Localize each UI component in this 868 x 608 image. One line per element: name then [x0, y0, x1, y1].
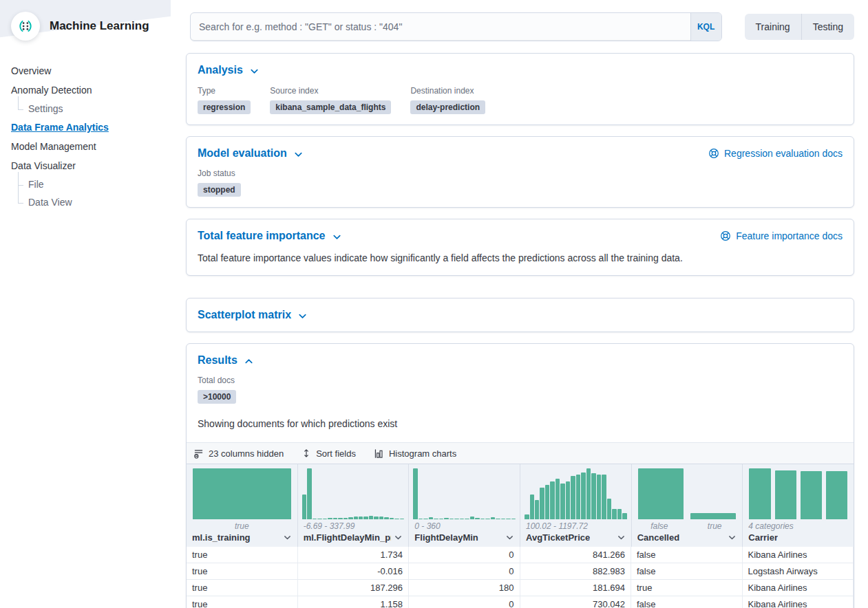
- column-menu-chevron-icon[interactable]: [617, 533, 626, 542]
- tree-connector: [17, 103, 25, 114]
- cell-ml-is-training[interactable]: true: [187, 547, 298, 563]
- scatterplot-matrix-title: Scatterplot matrix: [198, 309, 291, 321]
- sidebar-item-label: Data Visualizer: [11, 161, 76, 171]
- cell-cancelled[interactable]: true: [631, 580, 743, 596]
- columns-hidden-icon: [193, 448, 204, 459]
- chevron-down-icon: [293, 149, 304, 160]
- cell-flightdelaymin[interactable]: 0: [409, 563, 520, 579]
- cell-avgticketprice[interactable]: 882.983: [520, 563, 632, 579]
- table-row: true1.7340841.266falseKibana Airlines: [187, 547, 854, 563]
- source-index-badge: kibana_sample_data_flights: [270, 100, 391, 114]
- sidebar-item-model-management[interactable]: Model Management: [0, 137, 171, 156]
- app-header: Machine Learning: [0, 0, 171, 41]
- column-title: Carrier: [748, 532, 778, 543]
- training-testing-toggle: Training Testing: [745, 14, 854, 40]
- kql-toggle[interactable]: KQL: [690, 13, 721, 41]
- column-menu-chevron-icon[interactable]: [728, 533, 737, 542]
- chevron-up-icon: [244, 356, 254, 367]
- sidebar-item-data-visualizer[interactable]: Data Visualizer: [0, 156, 171, 175]
- scatterplot-matrix-toggle[interactable]: Scatterplot matrix: [198, 309, 308, 321]
- column-header-flightdelaymin[interactable]: 0 - 360FlightDelayMin: [409, 464, 520, 547]
- cell-cancelled[interactable]: false: [631, 563, 743, 579]
- help-lifebuoy-icon: [708, 148, 719, 159]
- column-header-ml-flightdelaymin-prediction[interactable]: -6.69 - 337.99ml.FlightDelayMin_predicti…: [298, 464, 410, 547]
- total-docs-badge: >10000: [198, 390, 236, 404]
- column-menu-chevron-icon[interactable]: [283, 533, 292, 542]
- cell-ml-is-training[interactable]: true: [187, 563, 298, 579]
- cell-ml-flightdelaymin-prediction[interactable]: 1.734: [298, 547, 410, 563]
- sidebar-item-settings[interactable]: Settings: [0, 100, 171, 118]
- histogram-ml-is-training: [187, 468, 297, 519]
- histogram-range-label: falsetrue: [632, 519, 743, 532]
- job-status-badge: stopped: [198, 183, 241, 197]
- field-label: Type: [198, 86, 251, 96]
- feature-importance-toggle[interactable]: Total feature importance: [198, 230, 342, 242]
- cell-flightdelaymin[interactable]: 180: [409, 580, 520, 596]
- histogram-range-label: -6.69 - 337.99: [298, 519, 409, 532]
- cell-ml-flightdelaymin-prediction[interactable]: -0.016: [298, 563, 410, 579]
- field-label: Source index: [270, 86, 391, 96]
- job-status-label: Job status: [198, 169, 241, 178]
- grid-header: trueml.is_training-6.69 - 337.99ml.Fligh…: [187, 464, 854, 547]
- destination-index-badge: delay-prediction: [410, 100, 485, 114]
- search-input[interactable]: [191, 13, 690, 41]
- feature-importance-docs-link[interactable]: Feature importance docs: [720, 230, 843, 241]
- machine-learning-logo-icon: [11, 12, 40, 41]
- field-source-index: Source index kibana_sample_data_flights: [270, 86, 391, 114]
- training-button[interactable]: Training: [745, 14, 801, 40]
- testing-button[interactable]: Testing: [801, 14, 854, 40]
- field-type: Type regression: [198, 86, 251, 114]
- column-header-carrier[interactable]: 4 categoriesCarrier: [743, 464, 854, 547]
- cell-carrier[interactable]: Kibana Airlines: [743, 596, 854, 608]
- column-title: ml.is_training: [192, 532, 251, 543]
- sidebar-item-label: Anomaly Detection: [11, 85, 92, 95]
- sort-fields-button[interactable]: Sort fields: [301, 448, 356, 459]
- scatterplot-matrix-panel: Scatterplot matrix: [186, 298, 854, 332]
- sidebar-item-overview[interactable]: Overview: [0, 61, 171, 80]
- cell-carrier[interactable]: Kibana Airlines: [743, 547, 854, 563]
- sidebar-item-label: Model Management: [11, 142, 96, 151]
- sidebar-item-file[interactable]: File: [0, 175, 171, 193]
- sidebar-nav: OverviewAnomaly DetectionSettingsData Fr…: [0, 61, 171, 211]
- histogram-avgticketprice: [520, 468, 631, 519]
- cell-ml-is-training[interactable]: true: [187, 596, 298, 608]
- cell-cancelled[interactable]: false: [631, 547, 743, 563]
- search-row: KQL Training Testing: [190, 12, 854, 41]
- sidebar-item-anomaly-detection[interactable]: Anomaly Detection: [0, 80, 171, 100]
- help-lifebuoy-icon: [720, 230, 731, 241]
- cell-avgticketprice[interactable]: 841.266: [520, 547, 632, 563]
- cell-avgticketprice[interactable]: 181.694: [520, 580, 632, 596]
- results-toggle[interactable]: Results: [198, 354, 254, 367]
- regression-evaluation-docs-link[interactable]: Regression evaluation docs: [708, 148, 843, 159]
- histogram-flightdelaymin: [409, 468, 520, 519]
- cell-flightdelaymin[interactable]: 0: [409, 596, 520, 608]
- tree-connector: [17, 179, 25, 190]
- analysis-toggle[interactable]: Analysis: [198, 64, 260, 76]
- column-header-ml-is-training[interactable]: trueml.is_training: [187, 464, 298, 547]
- cell-avgticketprice[interactable]: 730.042: [520, 596, 632, 608]
- column-menu-chevron-icon[interactable]: [394, 533, 403, 542]
- column-header-avgticketprice[interactable]: 100.02 - 1197.72AvgTicketPrice: [520, 464, 632, 547]
- columns-hidden-button[interactable]: 23 columns hidden: [193, 448, 284, 459]
- cell-flightdelaymin[interactable]: 0: [409, 547, 520, 563]
- histogram-cancelled: [632, 468, 743, 519]
- model-evaluation-toggle[interactable]: Model evaluation: [198, 147, 304, 160]
- sidebar: Machine Learning OverviewAnomaly Detecti…: [0, 0, 171, 608]
- field-label: Destination index: [410, 86, 485, 96]
- sidebar-item-data-view[interactable]: Data View: [0, 193, 171, 211]
- cell-ml-flightdelaymin-prediction[interactable]: 187.296: [298, 580, 410, 596]
- cell-carrier[interactable]: Logstash Airways: [743, 563, 854, 579]
- column-header-cancelled[interactable]: falsetrueCancelled: [632, 464, 743, 547]
- sidebar-item-data-frame-analytics[interactable]: Data Frame Analytics: [0, 118, 171, 137]
- model-evaluation-panel: Model evaluation Regression evaluation d…: [186, 136, 854, 208]
- type-badge: regression: [198, 100, 251, 114]
- cell-ml-is-training[interactable]: true: [187, 580, 298, 596]
- cell-carrier[interactable]: Kibana Airlines: [743, 580, 854, 596]
- histogram-charts-button[interactable]: Histogram charts: [374, 448, 456, 459]
- histogram-icon: [374, 448, 384, 459]
- cell-cancelled[interactable]: false: [631, 596, 743, 608]
- cell-ml-flightdelaymin-prediction[interactable]: 1.158: [298, 596, 410, 608]
- column-menu-chevron-icon[interactable]: [505, 533, 514, 542]
- results-panel: Results Total docs >10000 Showing docume…: [186, 343, 854, 608]
- table-row: true-0.0160882.983falseLogstash Airways: [187, 563, 854, 580]
